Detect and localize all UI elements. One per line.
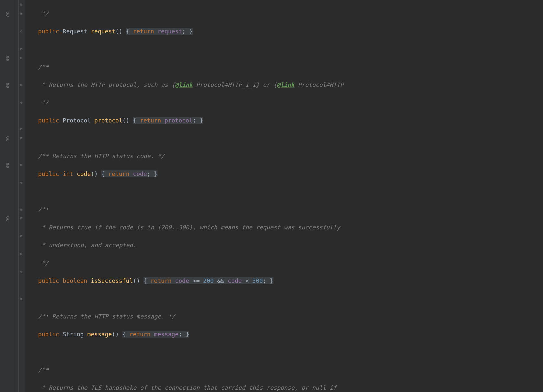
comment: /**	[31, 366, 49, 373]
override-marker[interactable]: @	[6, 214, 12, 223]
comment: * Returns the TLS handshake of the conne…	[31, 384, 340, 391]
fold-icon[interactable]: ⊖	[19, 267, 24, 276]
method-name: protocol	[94, 117, 122, 124]
type: String	[59, 331, 87, 338]
fold-icon[interactable]: ⊞	[19, 214, 24, 223]
doc-link[interactable]: @link	[277, 81, 295, 88]
comment: /** Returns the HTTP status code. */	[31, 153, 165, 159]
fold-icon[interactable]: ⊖	[19, 178, 24, 187]
fold-icon[interactable]: ⊞	[19, 134, 24, 143]
comment: */	[31, 99, 49, 106]
folded-body[interactable]: { return protocol; }	[133, 117, 203, 124]
keyword: int	[59, 170, 73, 177]
override-marker[interactable]: @	[6, 134, 12, 143]
type: Request	[59, 28, 91, 35]
doc-link[interactable]: @link	[175, 81, 192, 88]
keyword: public	[31, 277, 59, 284]
method-name: message	[87, 331, 112, 338]
folded-body[interactable]: { return code; }	[101, 170, 157, 177]
paren: ()	[115, 28, 126, 35]
comment: * Returns the HTTP protocol, such as {	[31, 81, 175, 88]
comment: /**	[31, 63, 49, 70]
comment: * Returns true if the code is in [200..3…	[31, 224, 340, 231]
override-marker[interactable]: @	[6, 9, 12, 18]
fold-icon[interactable]: ⊞	[19, 160, 24, 169]
keyword: public	[31, 117, 59, 124]
method-name: request	[91, 28, 115, 35]
fold-icon[interactable]: ⊟	[19, 294, 24, 303]
editor-pane: ⊟ @⊞ ⊖ ⊟ @⊞ @⊞ ⊖ ⊟ @⊞ @⊞ ⊖ ⊟ @⊞ ⊞ ⊞ ⊖ ⊟ …	[0, 0, 543, 392]
fold-icon[interactable]: ⊟	[19, 205, 24, 214]
fold-icon[interactable]: ⊞	[19, 9, 24, 18]
fold-icon[interactable]: ⊞	[19, 249, 24, 259]
type: Protocol	[59, 117, 94, 124]
keyword: public	[31, 170, 59, 177]
keyword: boolean	[59, 277, 87, 284]
code-area[interactable]: */ public Request request() { return req…	[25, 0, 543, 392]
comment: Protocol#HTTP_1_1} or {	[193, 81, 277, 88]
fold-icon[interactable]: ⊞	[19, 80, 24, 89]
folded-body[interactable]: { return request; }	[126, 28, 193, 35]
fold-icon[interactable]: ⊞	[19, 232, 24, 241]
fold-icon[interactable]: ⊖	[19, 98, 24, 107]
fold-icon[interactable]: ⊟	[19, 125, 24, 134]
comment: /** Returns the HTTP status message. */	[31, 313, 175, 320]
comment: Protocol#HTTP	[295, 81, 344, 88]
fold-icon[interactable]: ⊖	[19, 27, 24, 36]
keyword: public	[31, 28, 59, 35]
override-marker[interactable]: @	[6, 80, 12, 89]
override-marker[interactable]: @	[6, 160, 12, 169]
comment: * understood, and accepted.	[31, 242, 136, 248]
fold-icon[interactable]: ⊟	[19, 45, 24, 54]
method-name: isSuccessful	[87, 277, 133, 284]
gutter: ⊟ @⊞ ⊖ ⊟ @⊞ @⊞ ⊖ ⊟ @⊞ @⊞ ⊖ ⊟ @⊞ ⊞ ⊞ ⊖ ⊟	[0, 0, 25, 392]
folded-body[interactable]: { return code >= 200 && code < 300; }	[144, 277, 273, 284]
folded-body[interactable]: { return message; }	[122, 331, 189, 338]
method-name: code	[73, 170, 91, 177]
fold-icon[interactable]: ⊟	[19, 0, 24, 9]
keyword: public	[31, 331, 59, 338]
comment: */	[31, 10, 49, 17]
comment: /**	[31, 206, 49, 213]
fold-icon[interactable]: ⊞	[19, 53, 24, 63]
override-marker[interactable]: @	[6, 53, 12, 63]
comment: */	[31, 259, 49, 266]
